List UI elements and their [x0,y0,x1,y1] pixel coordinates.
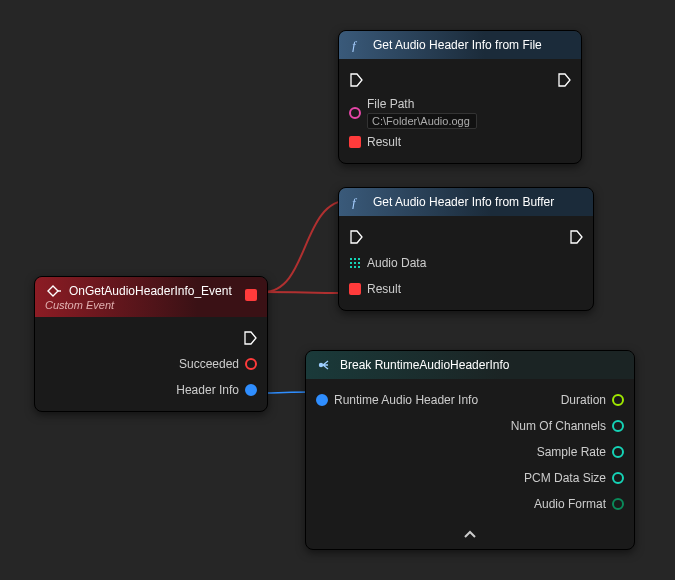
node-get-audio-header-info-from-buffer[interactable]: f Get Audio Header Info from Buffer [338,187,594,311]
exec-out-pin[interactable] [243,331,257,345]
succeeded-pin[interactable] [245,358,257,370]
input-label-result: Result [367,282,401,296]
node-subtitle: Custom Event [45,299,114,311]
input-label-rahi: Runtime Audio Header Info [334,393,478,407]
exec-in-pin[interactable] [349,73,363,87]
function-icon: f [349,194,365,210]
svg-text:f: f [352,38,358,52]
output-label-duration: Duration [561,393,606,407]
node-header: f Get Audio Header Info from Buffer [339,188,593,216]
expand-chevron-icon[interactable] [306,525,634,549]
runtime-audio-header-info-pin[interactable] [316,394,328,406]
channels-pin[interactable] [612,420,624,432]
delegate-pin[interactable] [245,289,257,301]
format-pin[interactable] [612,498,624,510]
filepath-pin[interactable] [349,107,361,119]
output-label-succeeded: Succeeded [179,357,239,371]
audiodata-pin[interactable] [349,257,361,269]
input-label-result: Result [367,135,401,149]
duration-pin[interactable] [612,394,624,406]
node-header: f Get Audio Header Info from File [339,31,581,59]
result-pin[interactable] [349,136,361,148]
pcmsize-pin[interactable] [612,472,624,484]
node-header: Break RuntimeAudioHeaderInfo [306,351,634,379]
node-title: Break RuntimeAudioHeaderInfo [340,358,509,372]
node-ongetaudioheaderinfo-event[interactable]: OnGetAudioHeaderInfo_Event Custom Event … [34,276,268,412]
node-title: Get Audio Header Info from Buffer [373,195,554,209]
filepath-input[interactable]: C:\Folder\Audio.ogg [367,113,477,129]
output-label-pcmsize: PCM Data Size [524,471,606,485]
node-break-runtimeaudioheaderinfo[interactable]: Break RuntimeAudioHeaderInfo Runtime Aud… [305,350,635,550]
function-icon: f [349,37,365,53]
output-label-samplerate: Sample Rate [537,445,606,459]
blueprint-canvas[interactable]: OnGetAudioHeaderInfo_Event Custom Event … [0,0,675,580]
node-header: OnGetAudioHeaderInfo_Event Custom Event [35,277,267,317]
exec-out-pin[interactable] [557,73,571,87]
break-struct-icon [316,357,332,373]
node-title: OnGetAudioHeaderInfo_Event [69,284,232,298]
output-label-channels: Num Of Channels [511,419,606,433]
samplerate-pin[interactable] [612,446,624,458]
node-get-audio-header-info-from-file[interactable]: f Get Audio Header Info from File [338,30,582,164]
node-title: Get Audio Header Info from File [373,38,542,52]
headerinfo-pin[interactable] [245,384,257,396]
exec-out-pin[interactable] [569,230,583,244]
svg-point-2 [319,363,323,367]
svg-text:f: f [352,195,358,209]
output-label-headerinfo: Header Info [176,383,239,397]
result-pin[interactable] [349,283,361,295]
exec-in-pin[interactable] [349,230,363,244]
input-label-audiodata: Audio Data [367,256,426,270]
event-icon [45,283,61,299]
output-label-format: Audio Format [534,497,606,511]
input-label-filepath: File Path [367,97,477,111]
